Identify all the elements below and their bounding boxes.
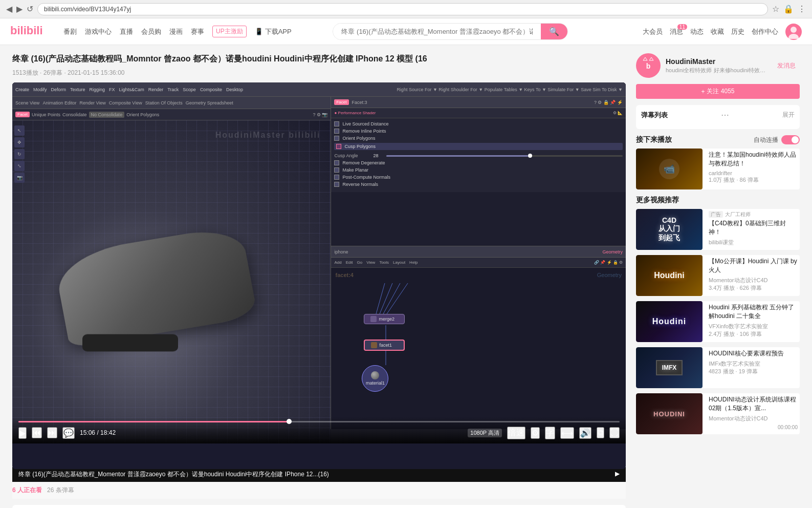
node-network: facet:4 Geometry [331,268,626,429]
pip-button[interactable]: ⧉ [597,427,604,438]
settings-button[interactable]: ⚙ [531,427,540,439]
svg-line-3 [376,283,385,314]
nav-bar: bilibili 番剧 游戏中心 直播 会员购 漫画 赛事 UP主激励 📱下载A… [0,18,812,45]
houdini-watermark: HoudiniMaster bilibili [215,131,321,140]
video-controls: ▶ ⏮ ⏭ 💬 15:06 / 18:42 1080P 高清 倍速 ⚙ [12,417,626,443]
svg-point-2 [788,34,799,39]
danmaku-button[interactable]: 💬 [62,427,75,439]
prop-orient: Orient Polygons [334,136,623,141]
channel-avatar[interactable]: b [636,53,661,78]
danmaku-expand[interactable]: 展开 [782,111,795,119]
nav-favorites[interactable]: 收藏 [711,27,724,36]
menu-render: Render [148,87,164,92]
nav-message[interactable]: 消息11 [670,27,683,36]
prev-button[interactable]: ⏮ [32,427,42,438]
rec-video-4[interactable]: IMFX HOUDINI核心要素课程预告 IMFx数字艺术实验室 4823 播放… [636,347,800,388]
facet-badge: Facet [15,112,30,117]
play-icon-btn[interactable]: ▶ [615,470,620,477]
svg-point-1 [791,27,797,33]
send-message-btn[interactable]: 发消息 [777,61,796,70]
prop-live-source: Live Sourced Distance [334,121,623,126]
right-panel: b HoudiniMaster houdini全程特效师 好来修houdini特… [636,53,800,508]
rec-thumb-3-content: Houdini [636,301,703,342]
cusp-angle-label: Consolidate [62,112,87,117]
next-thumb-content: 📹 [636,149,703,189]
mobile-icon: 📱 [255,28,263,35]
nav-dynamic[interactable]: 动态 [690,27,704,36]
next-button[interactable]: ⏭ [47,427,57,438]
browser-action-icons: ☆🔒⋮ [772,4,806,14]
cusp-slider-fill [386,155,528,157]
nav-game[interactable]: 游戏中心 [85,27,112,36]
checkbox-live [334,121,339,126]
checkbox-planar [334,167,339,173]
user-avatar[interactable] [785,24,802,40]
tool-camera[interactable]: 📷 [14,173,25,183]
next-thumb-icon: 📹 [659,159,679,179]
nav-history[interactable]: 历史 [731,27,744,36]
rec-video-2[interactable]: Houdini 【Mo公开课】Houdini 入门课 by 火人 Momento… [636,255,800,296]
tool-rotate[interactable]: ↻ [14,149,25,159]
node-facet-icon [371,342,377,348]
danmaku-options-icon[interactable]: ⋯ [721,110,729,120]
left-toolbar: ↖ ✥ ↻ ⤡ 📷 [14,125,25,183]
video-player[interactable]: Create Modify Deform Texture Rigging FX … [12,82,626,469]
ne-help: Help [409,260,418,265]
next-video-card[interactable]: 📹 注意！某加国houdini特效师人品与教程总结！ carldrifter 1… [636,149,800,189]
nav-links: 番剧 游戏中心 直播 会员购 漫画 赛事 UP主激励 📱下载APP [63,26,292,37]
address-bar[interactable]: bilibili.com/video/BV13U4y147yj [37,3,768,15]
node-toolbar-row: Add Edit Go View Tools Layout Help 🔗 📌 ⚡… [331,258,626,268]
play-button[interactable]: ▶ [18,427,27,439]
node-icon [370,316,377,322]
rec-video-1[interactable]: C4D从入门到起飞 广告大厂工程师 【C4D教程】0基础到三维封神！ bilib… [636,209,800,250]
tool-scale[interactable]: ⤡ [14,161,25,171]
nav-right: 大会员 消息11 动态 收藏 历史 创作中心 [643,24,802,40]
follow-btn-wrap: + 关注 4055 [636,84,800,99]
speed-button[interactable]: 倍速 [507,427,525,439]
nav-live[interactable]: 直播 [120,27,133,36]
next-video-channel: carldrifter [709,170,798,176]
nav-download[interactable]: 📱下载APP [255,27,292,36]
volume-button[interactable]: 🔊 [579,427,591,439]
node-material1[interactable]: material1 [362,365,388,392]
checkbox-restore [334,129,339,134]
nav-manga[interactable]: 漫画 [169,27,183,36]
rec-video-3[interactable]: Houdini Houdini 系列基础教程 五分钟了解houdini 二十集全… [636,301,800,342]
search-button[interactable]: 🔍 [541,24,567,39]
node-facet1[interactable]: facet1 [364,340,405,351]
checkbox-reverse [334,182,339,187]
node-merge2[interactable]: merge2 [364,314,405,324]
nav-create[interactable]: 创作中心 [752,27,778,36]
props-icons: ? ⚙ 🔒 📌 ⚡ [594,100,623,105]
nav-match[interactable]: 赛事 [191,27,204,36]
auto-play-switch[interactable] [781,135,800,144]
subtitle-button[interactable]: 字 [545,427,555,439]
node-bg-geo: Geometry [597,272,622,278]
tool-move[interactable]: ✥ [14,137,25,147]
nav-bigvip[interactable]: 大会员 [643,27,663,36]
danmaku-title: 弹幕列表 [641,111,668,120]
channel-desc: houdini全程特效师 好来修houdini特效9年制... [666,67,768,74]
progress-bar[interactable] [18,421,620,422]
rec-thumb-5-content: HOUDINI [636,393,703,434]
rec-video-5-title: HOUDINI动态设计系统训练课程02期（1.5版本）宣... [709,395,798,413]
menu-rigging: Rigging [90,87,105,92]
mirror-button[interactable]: ⟷ [560,427,574,439]
search-input[interactable] [333,24,541,39]
fullscreen-button[interactable]: ⛶ [609,427,620,438]
nav-up[interactable]: UP主激励 [212,26,247,37]
follow-button[interactable]: + 关注 4055 [636,84,800,99]
menu-desktop: Desktop [226,87,243,92]
nav-fanpai[interactable]: 番剧 [63,27,77,36]
ne-tab-obj: iphone [334,249,348,255]
search-bar: 🔍 [333,23,568,40]
nav-vip[interactable]: 会员购 [141,27,161,36]
bilibili-logo[interactable]: bilibili [10,22,51,41]
rec-video-4-info: HOUDINI核心要素课程预告 IMFx数字艺术实验室 4823 播放 · 19… [707,347,800,388]
channel-info: HoudiniMaster houdini全程特效师 好来修houdini特效9… [666,57,772,74]
rec-video-5[interactable]: HOUDINI HOUDINI动态设计系统训练课程02期（1.5版本）宣... … [636,393,800,434]
tool-select[interactable]: ↖ [14,125,25,136]
prop-cusp: Cusp Polygons [334,143,623,150]
rec-video-2-info: 【Mo公开课】Houdini 入门课 by 火人 Momentor动态设计C4D… [707,255,800,296]
quality-badge[interactable]: 1080P 高清 [468,429,502,437]
